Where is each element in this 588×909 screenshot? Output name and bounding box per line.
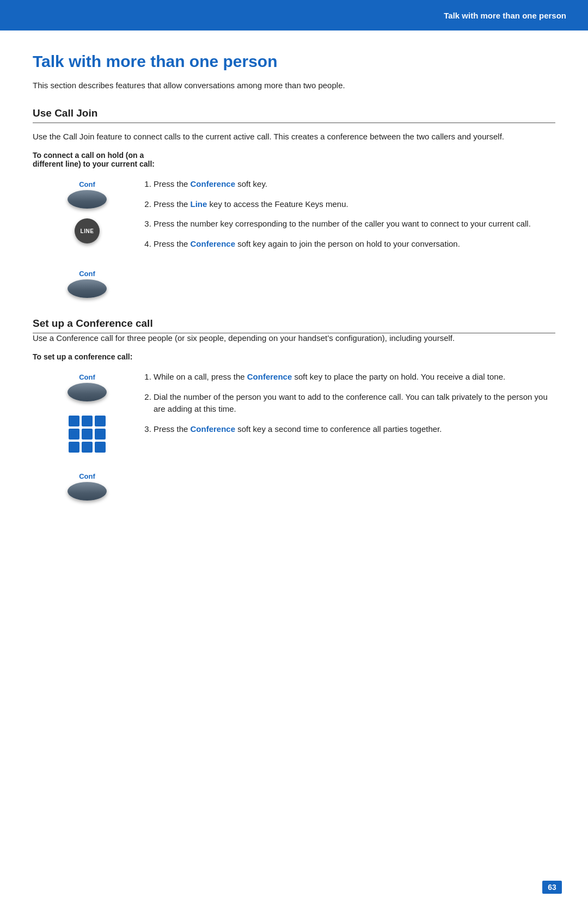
header-title: Talk with more than one person	[444, 11, 566, 20]
key-9	[95, 442, 106, 453]
key-6	[95, 429, 106, 440]
key-2	[82, 416, 93, 426]
section1-step-2: Press the Line key to access the Feature…	[154, 198, 555, 211]
line-btn-text: LINE	[81, 228, 94, 234]
conf-link-3: Conference	[247, 372, 292, 381]
section2-heading: Set up a Conference call	[33, 318, 555, 333]
conf-link-2: Conference	[191, 239, 236, 248]
section1-steps-area: Conf LINE Conf Press the Conference soft…	[33, 178, 555, 298]
page-title: Talk with more than one person	[33, 52, 555, 71]
section1-heading: Use Call Join	[33, 107, 555, 123]
key-7	[69, 442, 79, 453]
conf-btn-shape-2	[68, 279, 107, 298]
conf-link-4: Conference	[191, 424, 236, 434]
line-link: Line	[191, 199, 207, 209]
section1-steps-col: Press the Conference soft key. Press the…	[142, 178, 555, 298]
section1-desc: Use the Call Join feature to connect cal…	[33, 132, 555, 141]
key-3	[95, 416, 106, 426]
section1-icon-col: Conf LINE Conf	[33, 178, 142, 298]
conf-label-2: Conf	[79, 270, 95, 278]
intro-text: This section describes features that all…	[33, 81, 555, 90]
section2-step-2: Dial the number of the person you want t…	[154, 391, 555, 416]
conf-btn-shape-3	[68, 383, 107, 401]
footer: 63	[542, 881, 562, 894]
key-4	[69, 429, 79, 440]
section2-step-1: While on a call, press the Conference so…	[154, 371, 555, 383]
section1-ol: Press the Conference soft key. Press the…	[142, 178, 555, 250]
section2-icon-col: Conf Conf	[33, 371, 142, 501]
section2-ol: While on a call, press the Conference so…	[142, 371, 555, 435]
section1-step-3: Press the number key corresponding to th…	[154, 218, 555, 230]
conf-btn-shape-4	[68, 482, 107, 501]
section1-step-1: Press the Conference soft key.	[154, 178, 555, 191]
conf-link-1: Conference	[191, 179, 236, 188]
conf-button-top-1: Conf	[68, 180, 107, 209]
page-number: 63	[542, 881, 562, 894]
section1-subsection-label: To connect a call on hold (on adifferent…	[33, 151, 555, 168]
conf-button-top-2: Conf	[68, 373, 107, 401]
section1-step-4: Press the Conference soft key again to j…	[154, 238, 555, 251]
section2-subsection-label: To set up a conference call:	[33, 352, 555, 361]
key-5	[82, 429, 93, 440]
conf-button-bottom-1: Conf	[68, 270, 107, 298]
key-1	[69, 416, 79, 426]
section2-desc: Use a Conference call for three people (…	[33, 333, 555, 343]
header-bar: Talk with more than one person	[0, 0, 588, 30]
section2-step-3: Press the Conference soft key a second t…	[154, 423, 555, 436]
section2-steps-area: Conf Conf	[33, 371, 555, 501]
section2-steps-col: While on a call, press the Conference so…	[142, 371, 555, 501]
line-btn-shape: LINE	[75, 218, 100, 243]
conf-label-3: Conf	[79, 373, 95, 381]
conf-btn-shape-1	[68, 190, 107, 209]
conf-label-1: Conf	[79, 180, 95, 188]
key-8	[82, 442, 93, 453]
main-content: Talk with more than one person This sect…	[0, 30, 588, 550]
line-key-button: LINE	[75, 218, 100, 243]
keypad-icon	[69, 416, 106, 453]
conf-button-bottom-2: Conf	[68, 472, 107, 501]
conf-label-4: Conf	[79, 472, 95, 480]
